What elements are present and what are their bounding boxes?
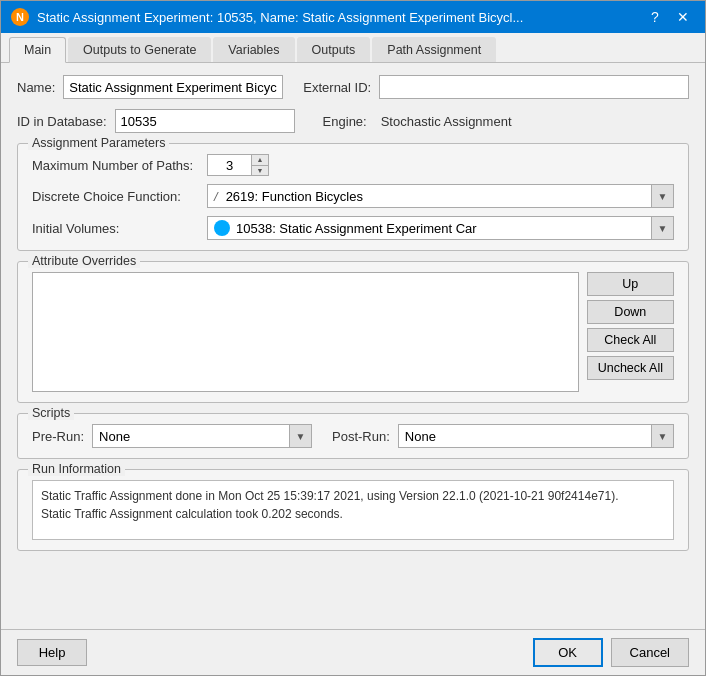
post-run-dropdown[interactable]: None ▼ (398, 424, 674, 448)
assignment-params-group: Assignment Parameters Maximum Number of … (17, 143, 689, 251)
pre-run-arrow: ▼ (289, 425, 311, 447)
external-id-input[interactable] (379, 75, 689, 99)
initial-volumes-arrow: ▼ (651, 217, 673, 239)
check-all-button[interactable]: Check All (587, 328, 674, 352)
help-title-button[interactable]: ? (643, 7, 667, 27)
pre-run-dropdown[interactable]: None ▼ (92, 424, 312, 448)
dbid-input[interactable] (115, 109, 295, 133)
initial-volumes-label: Initial Volumes: (32, 221, 207, 236)
window-controls: ? ✕ (643, 7, 695, 27)
dbid-label: ID in Database: (17, 114, 107, 129)
initial-volumes-value: 10538: Static Assignment Experiment Car (236, 221, 477, 236)
attr-overrides-list (32, 272, 579, 392)
run-info-text: Static Traffic Assignment done in Mon Oc… (32, 480, 674, 540)
close-button[interactable]: ✕ (671, 7, 695, 27)
spinner-down-btn[interactable]: ▼ (252, 166, 268, 176)
app-icon: N (11, 8, 29, 26)
uncheck-all-button[interactable]: Uncheck All (587, 356, 674, 380)
name-input[interactable] (63, 75, 283, 99)
title-bar: N Static Assignment Experiment: 10535, N… (1, 1, 705, 33)
scripts-group: Scripts Pre-Run: None ▼ Post-Run: None ▼ (17, 413, 689, 459)
tab-outputs-to-generate[interactable]: Outputs to Generate (68, 37, 211, 62)
window-title: Static Assignment Experiment: 10535, Nam… (37, 10, 523, 25)
initial-volumes-row: Initial Volumes: 10538: Static Assignmen… (32, 216, 674, 240)
discrete-choice-row: Discrete Choice Function: / 2619: Functi… (32, 184, 674, 208)
engine-value: Stochastic Assignment (381, 114, 512, 129)
attr-overrides-area: Up Down Check All Uncheck All (32, 272, 674, 392)
discrete-choice-dropdown[interactable]: / 2619: Function Bicycles ▼ (207, 184, 674, 208)
ok-button[interactable]: OK (533, 638, 603, 667)
dialog-window: N Static Assignment Experiment: 10535, N… (0, 0, 706, 676)
up-button[interactable]: Up (587, 272, 674, 296)
attribute-overrides-title: Attribute Overrides (28, 254, 140, 268)
discrete-choice-label: Discrete Choice Function: (32, 189, 207, 204)
down-button[interactable]: Down (587, 300, 674, 324)
max-paths-input[interactable] (207, 154, 252, 176)
tab-variables[interactable]: Variables (213, 37, 294, 62)
attribute-overrides-group: Attribute Overrides Up Down Check All Un… (17, 261, 689, 403)
max-paths-label: Maximum Number of Paths: (32, 158, 207, 173)
initial-volumes-dropdown[interactable]: 10538: Static Assignment Experiment Car … (207, 216, 674, 240)
scripts-row: Pre-Run: None ▼ Post-Run: None ▼ (32, 424, 674, 448)
discrete-choice-value: 2619: Function Bicycles (226, 189, 363, 204)
pre-run-value: None (99, 429, 130, 444)
engine-label: Engine: (323, 114, 367, 129)
tab-path-assignment[interactable]: Path Assignment (372, 37, 496, 62)
scripts-title: Scripts (28, 406, 74, 420)
post-run-value: None (405, 429, 436, 444)
tab-main[interactable]: Main (9, 37, 66, 63)
discrete-choice-arrow: ▼ (651, 185, 673, 207)
cancel-button[interactable]: Cancel (611, 638, 689, 667)
pre-run-label: Pre-Run: (32, 429, 84, 444)
max-paths-spinner: ▲ ▼ (252, 154, 269, 176)
spinner-up-btn[interactable]: ▲ (252, 155, 268, 166)
help-button[interactable]: Help (17, 639, 87, 666)
post-run-arrow: ▼ (651, 425, 673, 447)
assignment-params-title: Assignment Parameters (28, 136, 169, 150)
volume-color-icon (214, 220, 230, 236)
tab-bar: Main Outputs to Generate Variables Outpu… (1, 33, 705, 63)
post-run-label: Post-Run: (332, 429, 390, 444)
run-info-title: Run Information (28, 462, 125, 476)
dbid-row: ID in Database: Engine: Stochastic Assig… (17, 109, 689, 133)
external-id-label: External ID: (303, 80, 371, 95)
max-paths-row: Maximum Number of Paths: ▲ ▼ (32, 154, 674, 176)
name-row: Name: External ID: (17, 75, 689, 99)
bottom-bar: Help OK Cancel (1, 629, 705, 675)
attr-buttons: Up Down Check All Uncheck All (587, 272, 674, 392)
run-info-group: Run Information Static Traffic Assignmen… (17, 469, 689, 551)
name-label: Name: (17, 80, 55, 95)
tab-outputs[interactable]: Outputs (297, 37, 371, 62)
main-content: Name: External ID: ID in Database: Engin… (1, 63, 705, 629)
